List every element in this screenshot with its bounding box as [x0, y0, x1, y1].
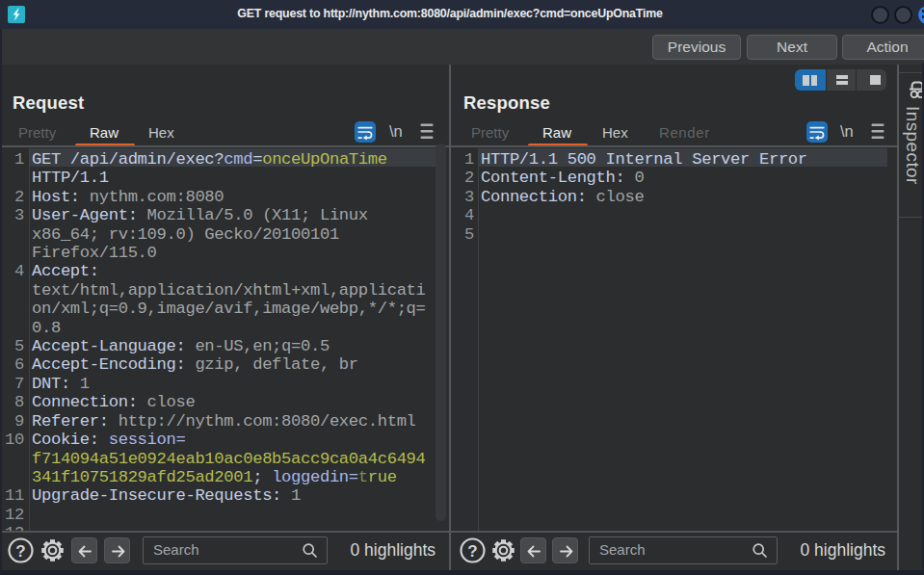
svg-text:?: ?	[15, 542, 25, 561]
svg-text:?: ?	[467, 542, 477, 561]
